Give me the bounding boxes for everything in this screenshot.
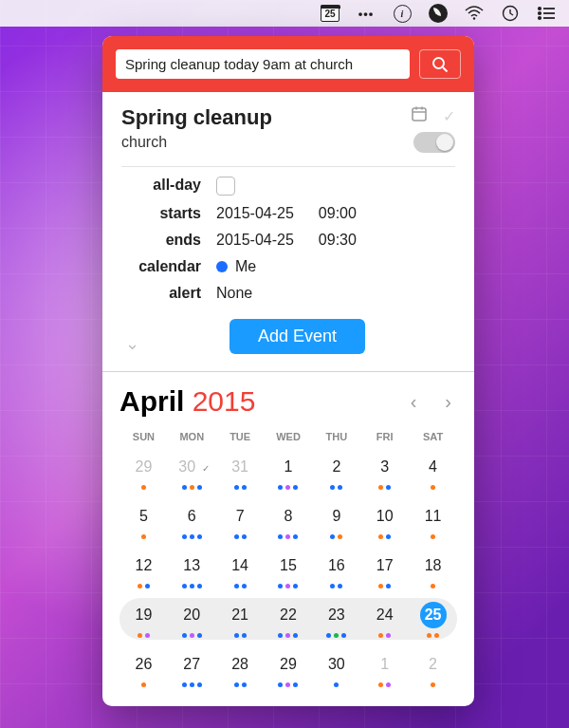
event-type-reminder-icon[interactable]: ✓ [443, 107, 455, 125]
starts-label: starts [121, 205, 216, 222]
svg-point-2 [539, 8, 541, 9]
alert-value[interactable]: None [216, 285, 252, 302]
calendar-year: 2015 [193, 385, 256, 417]
ends-time[interactable]: 09:30 [319, 232, 357, 249]
calendar-day[interactable]: 19 [119, 598, 168, 640]
calendar-day[interactable]: 2 [409, 647, 457, 689]
calendar-day[interactable]: 21 [216, 598, 265, 640]
add-event-button[interactable]: Add Event [229, 319, 365, 354]
calendar-day[interactable]: 24 [360, 598, 409, 640]
calendar-day[interactable]: 22 [265, 598, 313, 640]
calendar-day[interactable]: 1 [360, 647, 409, 689]
weekday-label: MON [168, 431, 216, 442]
calendar-day[interactable]: 13 [168, 549, 216, 590]
calendar-month-year: April 2015 [119, 385, 255, 418]
list-menubar-icon[interactable] [537, 4, 556, 23]
next-month-button[interactable]: › [439, 389, 457, 415]
calendar-day[interactable]: 3 [360, 450, 409, 492]
prev-month-button[interactable]: ‹ [405, 389, 423, 415]
month-calendar: April 2015 ‹ › SUNMONTUEWEDTHUFRISAT 293… [102, 371, 474, 706]
calendar-month: April [119, 385, 184, 417]
weekday-header: SUNMONTUEWEDTHUFRISAT [119, 431, 457, 442]
event-title: Spring cleanup [121, 105, 272, 130]
event-parse-card: Spring cleanup church ✓ [102, 92, 474, 371]
clock-icon[interactable] [501, 4, 520, 23]
calendar-day[interactable]: 10 [360, 499, 409, 541]
menubar-date: 25 [324, 9, 335, 19]
svg-point-0 [473, 17, 475, 19]
quick-entry-input[interactable] [116, 49, 410, 79]
calendar-day[interactable]: 28 [216, 647, 265, 689]
calendar-day[interactable]: 25 [409, 598, 457, 640]
event-type-event-icon[interactable] [411, 105, 428, 126]
event-location: church [121, 134, 272, 151]
calendar-day[interactable]: 12 [119, 549, 168, 590]
allday-checkbox[interactable] [216, 177, 235, 196]
calendar-day[interactable]: 29 [119, 450, 168, 492]
calendar-day[interactable]: 15 [265, 549, 313, 590]
info-menubar-icon[interactable]: i [393, 4, 412, 23]
calendar-day[interactable]: 31 [216, 450, 265, 492]
expand-chevron-icon[interactable]: ⌄ [121, 333, 139, 354]
svg-line-9 [443, 67, 448, 72]
calendar-day[interactable]: 2 [312, 450, 360, 492]
search-button[interactable] [419, 49, 461, 79]
svg-point-6 [539, 17, 541, 19]
calendar-day[interactable]: 11 [409, 499, 457, 541]
weekday-label: TUE [216, 431, 265, 442]
calendar-day[interactable]: 4 [409, 450, 457, 492]
calendar-grid: 2930✓31123456789101112131415161718192021… [119, 450, 457, 689]
mac-menubar: 25 ••• i [0, 0, 569, 27]
leaf-menubar-icon[interactable] [429, 4, 448, 23]
search-bar [102, 36, 474, 92]
calendar-day[interactable]: 29 [265, 647, 313, 689]
weekday-label: SAT [409, 431, 457, 442]
calendar-day[interactable]: 23 [312, 598, 360, 640]
calendar-day[interactable]: 5 [119, 499, 168, 541]
allday-label: all-day [121, 177, 216, 196]
overflow-dots-icon[interactable]: ••• [357, 4, 376, 23]
ends-date[interactable]: 2015-04-25 [216, 232, 294, 249]
weekday-label: THU [312, 431, 360, 442]
divider [121, 166, 455, 167]
calendar-day[interactable]: 26 [119, 647, 168, 689]
calendar-label: calendar [121, 258, 216, 275]
ends-label: ends [121, 232, 216, 249]
weekday-label: WED [265, 431, 313, 442]
calendar-day[interactable]: 8 [265, 499, 313, 541]
calendar-day[interactable]: 1 [265, 450, 313, 492]
calendar-popover: Spring cleanup church ✓ [102, 36, 474, 706]
weekday-label: SUN [119, 431, 168, 442]
weekday-label: FRI [360, 431, 409, 442]
event-fields: all-day starts 2015-04-25 09:00 ends 201… [121, 177, 455, 302]
calendar-color-dot [216, 261, 228, 272]
svg-point-4 [539, 12, 541, 14]
calendar-day[interactable]: 7 [216, 499, 265, 541]
svg-point-8 [433, 58, 444, 68]
calendar-day[interactable]: 16 [312, 549, 360, 590]
calendar-day[interactable]: 17 [360, 549, 409, 590]
wifi-icon[interactable] [465, 4, 484, 23]
calendar-select[interactable]: Me [216, 258, 256, 275]
calendar-menubar-icon[interactable]: 25 [321, 4, 340, 23]
calendar-name: Me [235, 258, 256, 274]
calendar-day[interactable]: 18 [409, 549, 457, 590]
alert-label: alert [121, 285, 216, 302]
calendar-day[interactable]: 14 [216, 549, 265, 590]
calendar-day[interactable]: 20 [168, 598, 216, 640]
svg-rect-10 [413, 108, 426, 121]
calendar-day[interactable]: 30 [312, 647, 360, 689]
starts-time[interactable]: 09:00 [319, 205, 357, 222]
calendar-day[interactable]: 6 [168, 499, 216, 541]
event-type-toggle[interactable] [413, 132, 455, 153]
desktop-background: 25 ••• i [0, 0, 569, 728]
starts-date[interactable]: 2015-04-25 [216, 205, 294, 222]
calendar-day[interactable]: 9 [312, 499, 360, 541]
calendar-day[interactable]: 27 [168, 647, 216, 689]
calendar-day[interactable]: 30✓ [168, 450, 216, 492]
